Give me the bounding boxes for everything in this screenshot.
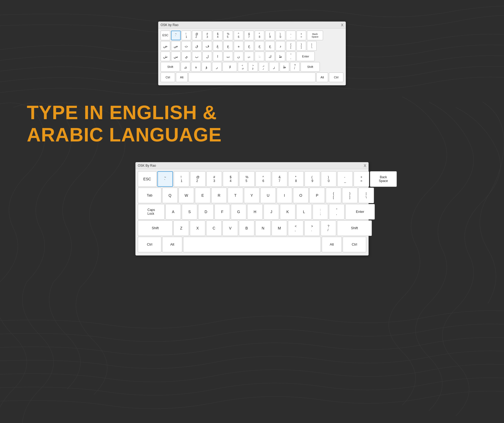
key-bracket-close[interactable]: }] (297, 41, 306, 51)
key-arabic-jeem[interactable]: ج (265, 41, 275, 51)
key-shift-right-arabic[interactable]: Shift (301, 62, 320, 72)
key-e[interactable]: E (195, 188, 210, 203)
key-arabic-lam-alif[interactable]: لا (223, 62, 237, 72)
key-arabic-ha[interactable]: ه (234, 41, 243, 51)
key-m[interactable]: M (272, 220, 287, 236)
key-arabic-mim[interactable]: ن، (244, 52, 254, 61)
key-quote[interactable]: ", (329, 204, 344, 220)
key-esc-en[interactable]: ESC (138, 171, 157, 187)
key-semicolon[interactable]: :; (313, 204, 328, 220)
key-arabic-dad[interactable]: ض (161, 41, 170, 51)
key-bracket-open-en[interactable]: {[ (326, 188, 341, 203)
key-arabic-kaf[interactable]: :، (255, 52, 264, 61)
key-arabic-fa[interactable]: ف (202, 41, 212, 51)
key-arabic-ain[interactable]: ع (223, 41, 233, 51)
key-i[interactable]: I (277, 188, 292, 203)
key-alt-right-en[interactable]: Alt (322, 237, 342, 252)
key-d[interactable]: D (198, 204, 214, 220)
key-enter-en[interactable]: Enter (345, 204, 375, 220)
key-arabic-seen[interactable]: س (171, 52, 181, 61)
key-backslash[interactable]: |\ (307, 41, 317, 51)
key-ctrl-left-arabic[interactable]: Ctrl (161, 72, 175, 82)
key-1[interactable]: !1 (181, 31, 191, 40)
key-arabic-lt[interactable]: <ى (238, 62, 247, 72)
key-f[interactable]: F (214, 204, 230, 220)
key-j[interactable]: J (264, 204, 279, 220)
key-arabic-ba[interactable]: ب (192, 52, 202, 61)
key-slash[interactable]: ?/ (321, 220, 336, 236)
key-5[interactable]: %5 (223, 31, 233, 40)
key-ctrl-left-en[interactable]: Ctrl (138, 237, 161, 252)
key-arabic-shin[interactable]: ش (161, 52, 170, 61)
key-equals[interactable]: += (297, 31, 306, 40)
key-l[interactable]: L (296, 204, 312, 220)
key-bracket-close-en[interactable]: }] (342, 188, 358, 203)
key-w[interactable]: W (179, 188, 194, 203)
key-arabic-ra[interactable]: ر (212, 62, 222, 72)
key-arabic-lam[interactable]: ل (202, 52, 212, 61)
key-b[interactable]: B (239, 220, 254, 236)
key-space-arabic[interactable] (188, 72, 316, 82)
key-3[interactable]: #3 (202, 31, 212, 40)
key-k[interactable]: K (280, 204, 295, 220)
key-g[interactable]: G (231, 204, 246, 220)
english-close-button[interactable]: X (364, 163, 366, 168)
key-ctrl-right-arabic[interactable]: Ctrl (329, 72, 343, 82)
key-c[interactable]: C (206, 220, 222, 236)
key-1-en[interactable]: !1 (174, 171, 189, 187)
key-alt-left-en[interactable]: Alt (162, 237, 182, 252)
key-h[interactable]: H (247, 204, 263, 220)
key-shift-left-arabic[interactable]: Shift (161, 62, 180, 72)
key-period[interactable]: >. (304, 220, 320, 236)
key-arabic-alif[interactable]: ا (213, 52, 223, 61)
key-arabic-hha[interactable]: ح (255, 41, 264, 51)
key-comma[interactable]: <, (288, 220, 303, 236)
key-5-en[interactable]: %5 (239, 171, 255, 187)
key-alt-left-arabic[interactable]: Alt (176, 72, 188, 82)
key-6[interactable]: ^6 (234, 31, 243, 40)
key-t[interactable]: T (228, 188, 243, 203)
key-u[interactable]: U (260, 188, 276, 203)
arabic-close-button[interactable]: X (341, 23, 343, 27)
key-2[interactable]: @2 (192, 31, 202, 40)
key-minus-en[interactable]: -_ (337, 171, 353, 187)
key-backspace-arabic[interactable]: BackSpace (307, 31, 323, 40)
key-3-en[interactable]: #3 (206, 171, 222, 187)
key-arabic-zah[interactable]: ز (269, 62, 279, 72)
key-4[interactable]: $4 (213, 31, 223, 40)
key-shift-right-en[interactable]: Shift (337, 220, 372, 236)
key-arabic-kha[interactable]: خ (244, 41, 254, 51)
key-arabic-waw-hamza[interactable]: ؤ (202, 62, 211, 72)
key-8-en[interactable]: *8 (288, 171, 304, 187)
key-n[interactable]: N (255, 220, 271, 236)
key-arabic-sad[interactable]: ص (171, 41, 181, 51)
key-arabic-gt[interactable]: >ؤ (248, 62, 258, 72)
key-q[interactable]: Q (162, 188, 178, 203)
key-minus[interactable]: -. (286, 31, 296, 40)
key-4-en[interactable]: $4 (223, 171, 238, 187)
key-7[interactable]: &7 (244, 31, 254, 40)
key-8[interactable]: *8 (255, 31, 264, 40)
key-tilde-en[interactable]: ~` (157, 171, 173, 187)
key-z[interactable]: Z (173, 220, 189, 236)
key-enter-arabic[interactable]: Enter (297, 52, 315, 61)
key-arabic-ghain[interactable]: غ (213, 41, 223, 51)
key-v[interactable]: V (223, 220, 238, 236)
key-arabic-tha[interactable]: ث (181, 41, 191, 51)
key-arabic-zha[interactable]: ظ (280, 62, 289, 72)
key-arabic-ta-marbuta[interactable]: ة (191, 62, 201, 72)
key-backslash-en[interactable]: |\ (358, 188, 374, 203)
key-2-en[interactable]: @2 (190, 171, 206, 187)
key-a[interactable]: A (165, 204, 181, 220)
key-arabic-ya[interactable]: ي (181, 52, 191, 61)
key-caps-lock[interactable]: CapsLock (138, 204, 165, 220)
key-arabic-kha2[interactable]: ك (265, 52, 275, 61)
key-0-en[interactable]: )0 (321, 171, 336, 187)
key-tilde[interactable]: ~` (171, 31, 181, 40)
key-0[interactable]: )0 (276, 31, 285, 40)
key-arabic-comma-q[interactable]: ", (286, 52, 296, 61)
key-s[interactable]: S (182, 204, 197, 220)
key-backspace-en[interactable]: BackSpace (370, 171, 397, 187)
key-arabic-qaf[interactable]: ق (192, 41, 202, 51)
key-x[interactable]: X (190, 220, 205, 236)
